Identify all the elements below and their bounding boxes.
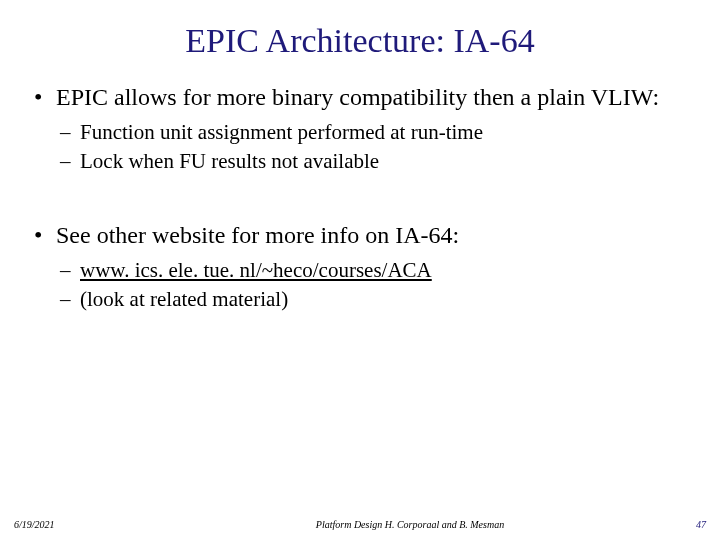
bullet-text: EPIC allows for more binary compatibilit… xyxy=(56,84,659,110)
slide-footer: 6/19/2021 Platform Design H. Corporaal a… xyxy=(0,519,720,530)
sub-bullet-item: Lock when FU results not available xyxy=(80,148,690,175)
bullet-text: See other website for more info on IA-64… xyxy=(56,222,459,248)
sub-bullet-item: (look at related material) xyxy=(80,286,690,313)
slide-body: EPIC allows for more binary compatibilit… xyxy=(30,82,690,313)
bullet-list: EPIC allows for more binary compatibilit… xyxy=(30,82,690,313)
bullet-item: EPIC allows for more binary compatibilit… xyxy=(56,82,690,174)
bullet-item: See other website for more info on IA-64… xyxy=(56,220,690,312)
footer-date: 6/19/2021 xyxy=(0,519,160,530)
sub-bullet-list: www. ics. ele. tue. nl/~heco/courses/ACA… xyxy=(56,257,690,313)
slide-title: EPIC Architecture: IA-64 xyxy=(30,22,690,60)
footer-center: Platform Design H. Corporaal and B. Mesm… xyxy=(160,519,660,530)
spacer xyxy=(56,186,690,220)
slide: EPIC Architecture: IA-64 EPIC allows for… xyxy=(0,0,720,540)
sub-bullet-item: Function unit assignment performed at ru… xyxy=(80,119,690,146)
footer-page-number: 47 xyxy=(660,519,720,530)
sub-bullet-item: www. ics. ele. tue. nl/~heco/courses/ACA xyxy=(80,257,690,284)
website-link[interactable]: www. ics. ele. tue. nl/~heco/courses/ACA xyxy=(80,258,432,282)
sub-bullet-list: Function unit assignment performed at ru… xyxy=(56,119,690,175)
